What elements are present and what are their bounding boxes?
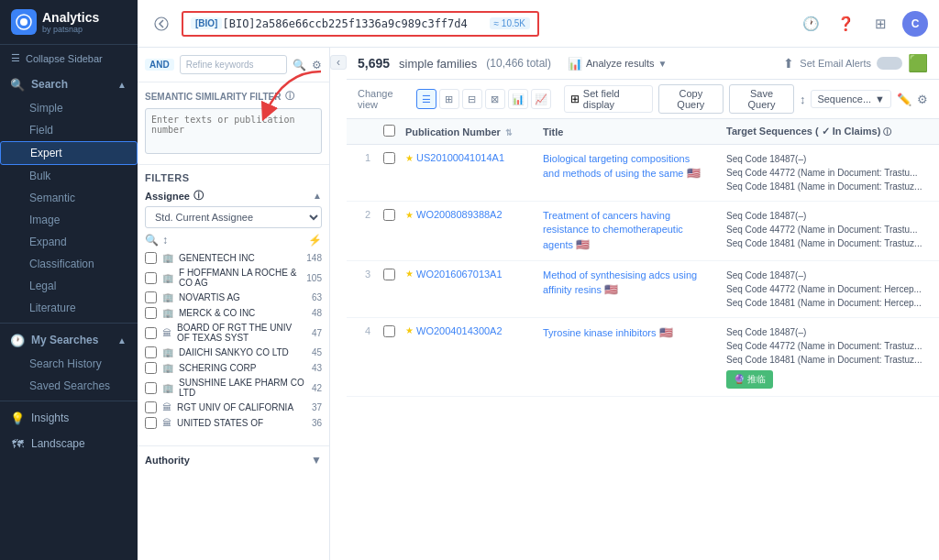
compact-view-icon[interactable]: ⊟	[462, 89, 482, 109]
assignee-checkbox[interactable]	[145, 291, 157, 303]
chart-view-icon[interactable]: 📊	[508, 89, 528, 109]
semantic-info-icon[interactable]: ⓘ	[285, 90, 294, 103]
assignee-checkbox[interactable]	[145, 382, 157, 394]
assignee-checkbox[interactable]	[145, 327, 157, 339]
search-query-box[interactable]: [BIO] ≈ 10.5K	[182, 11, 539, 37]
sidebar-item-semantic[interactable]: Semantic	[0, 187, 138, 209]
assignee-checkbox[interactable]	[145, 346, 157, 358]
pub-num-link[interactable]: ★ US20100041014A1	[405, 152, 525, 163]
list-view-icon[interactable]: ☰	[416, 89, 436, 109]
sidebar-item-literature[interactable]: Literature	[0, 297, 138, 319]
assignee-sort-icon[interactable]: ↕	[162, 234, 168, 247]
sidebar-item-simple[interactable]: Simple	[0, 97, 138, 119]
assignee-checkbox[interactable]	[145, 252, 157, 264]
pub-num-link[interactable]: ★ WO2004014300A2	[405, 325, 525, 336]
assignee-info-icon[interactable]: ⓘ	[193, 189, 204, 203]
sidebar-item-landscape[interactable]: 🗺 Landscape	[0, 431, 138, 456]
card-view-icon[interactable]: ⊠	[485, 89, 505, 109]
filter-options-icon[interactable]: ⚙	[312, 59, 322, 71]
green-action-btn[interactable]: 🔮 推临	[726, 370, 773, 389]
table-row: 2 ★ WO2008089388A2 Treatment of cancers …	[347, 202, 939, 261]
pub-num-link[interactable]: ★ WO2008089388A2	[405, 209, 525, 220]
star-icon[interactable]: ★	[405, 325, 414, 335]
sidebar-item-search[interactable]: 🔍 Search ▲	[0, 71, 138, 97]
user-avatar[interactable]: C	[902, 11, 928, 37]
assignee-search-icon[interactable]: 🔍	[145, 234, 159, 247]
row-checkbox[interactable]	[383, 209, 395, 221]
star-icon[interactable]: ★	[405, 210, 414, 220]
target-info-icon[interactable]: ⓘ	[883, 127, 891, 137]
results-toolbar-right: ⬆ Set Email Alerts 🟩	[783, 53, 928, 73]
assignee-list-item: 🏢 MERCK & CO INC 48	[145, 305, 322, 321]
assignee-checkbox[interactable]	[145, 307, 157, 319]
save-query-btn[interactable]: Save Query	[729, 84, 794, 114]
green-icon[interactable]: 🟩	[908, 53, 928, 73]
help-icon[interactable]: ❓	[833, 11, 858, 37]
assignee-checkbox[interactable]	[145, 417, 157, 429]
set-field-display-btn[interactable]: ⊞ Set field display	[564, 85, 653, 113]
title-text[interactable]: Method of synthesising adcs using affini…	[543, 269, 697, 295]
assignee-name: DAIICHI SANKYO CO LTD	[179, 347, 306, 357]
back-icon[interactable]	[149, 11, 174, 37]
bar-view-icon[interactable]: 📈	[531, 89, 551, 109]
assignee-dropdown[interactable]: Std. Current Assignee	[145, 206, 322, 228]
panel-collapse-btn[interactable]: ‹	[330, 55, 347, 70]
analyze-chevron-icon: ▼	[658, 59, 668, 69]
search-input[interactable]	[222, 17, 489, 30]
sequence-text: Seq Code 18487(–)	[726, 209, 939, 223]
assignee-filter-icon[interactable]: ⚡	[308, 234, 322, 247]
sidebar-item-saved-searches[interactable]: Saved Searches	[0, 375, 138, 397]
grid-icon[interactable]: ⊞	[867, 11, 893, 37]
bio-badge: [BIO]	[191, 17, 222, 29]
sidebar-item-my-searches[interactable]: 🕐 My Searches ▲	[0, 327, 138, 353]
settings-icon[interactable]: ✏️	[897, 93, 911, 106]
email-alerts-toggle[interactable]	[877, 57, 902, 70]
row-checkbox[interactable]	[383, 325, 395, 337]
sequence-dropdown[interactable]: Sequence... ▼	[811, 90, 891, 108]
sort-icon[interactable]: ↕	[800, 93, 806, 106]
collapse-sidebar-btn[interactable]: ☰ Collapse Sidebar	[0, 45, 138, 71]
sidebar-item-expert[interactable]: Expert	[0, 141, 138, 165]
assignee-checkbox[interactable]	[145, 272, 157, 284]
sidebar-item-legal[interactable]: Legal	[0, 275, 138, 297]
title-text[interactable]: Treatment of cancers having resistance t…	[543, 210, 683, 250]
sidebar-item-expand[interactable]: Expand	[0, 231, 138, 253]
sidebar-item-insights[interactable]: 💡 Insights	[0, 405, 138, 431]
copy-query-btn[interactable]: Copy Query	[658, 84, 724, 114]
filters-section: FILTERS Assignee ⓘ ▲ Std. Current Assign…	[138, 165, 329, 445]
star-icon[interactable]: ★	[405, 153, 414, 163]
select-all-checkbox[interactable]	[383, 125, 395, 137]
th-pub-num[interactable]: Publication Number ⇅	[396, 119, 534, 145]
export-icon[interactable]: ⬆	[783, 56, 794, 71]
authority-chevron-icon[interactable]: ▼	[311, 454, 322, 467]
semantic-input[interactable]	[145, 108, 322, 154]
sequence-text: Seq Code 18481 (Name in Document: Trastu…	[726, 353, 939, 367]
sidebar-item-classification[interactable]: Classification	[0, 253, 138, 275]
pub-num-link[interactable]: ★ WO2016067013A1	[405, 269, 525, 280]
sidebar-item-search-history[interactable]: Search History	[0, 353, 138, 375]
grid-view-icon[interactable]: ⊞	[439, 89, 459, 109]
row-checkbox[interactable]	[383, 152, 395, 164]
assignee-group-header[interactable]: Assignee ⓘ ▲	[145, 189, 322, 203]
sidebar-item-image[interactable]: Image	[0, 209, 138, 231]
sidebar-item-field[interactable]: Field	[0, 119, 138, 141]
sequence-text: Seq Code 44772 (Name in Document: Trastu…	[726, 166, 939, 180]
pub-num-cell: ★ WO2016067013A1	[396, 260, 534, 317]
assignee-checkbox[interactable]	[145, 401, 157, 413]
row-checkbox[interactable]	[383, 269, 395, 280]
keyword-search-icon[interactable]: 🔍	[293, 59, 306, 71]
sequence-text: Seq Code 18481 (Name in Document: Hercep…	[726, 296, 939, 310]
star-icon[interactable]: ★	[405, 269, 414, 279]
assignee-name: SCHERING CORP	[179, 363, 306, 373]
gear-icon[interactable]: ⚙	[917, 93, 928, 106]
title-text[interactable]: Tyrosine kinase inhibitors 🇺🇸	[543, 327, 673, 338]
analyze-results-btn[interactable]: 📊 Analyze results ▼	[568, 57, 668, 71]
assignee-checkbox[interactable]	[145, 362, 157, 374]
history-icon[interactable]: 🕐	[798, 11, 823, 37]
title-text[interactable]: Biological targeting compositions and me…	[543, 153, 701, 179]
sidebar-item-bulk[interactable]: Bulk	[0, 165, 138, 187]
search-icon: 🔍	[11, 78, 24, 91]
flag-icon: 🇺🇸	[604, 283, 618, 296]
landscape-icon: 🗺	[11, 437, 24, 450]
keyword-input-wrapper[interactable]: Refine keywords	[180, 55, 287, 74]
